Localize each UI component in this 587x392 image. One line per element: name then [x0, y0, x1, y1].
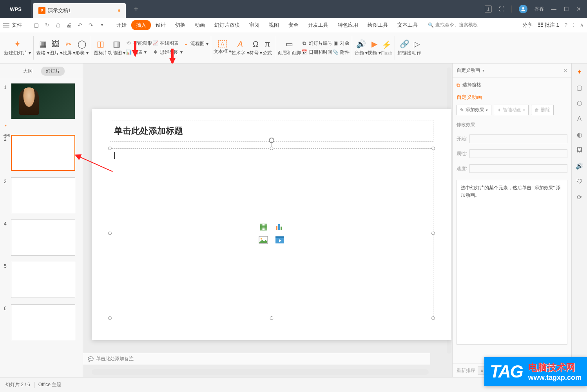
gift-icon[interactable]: ⛶ [499, 6, 504, 12]
horizontal-scrollbar[interactable] [92, 369, 429, 375]
selection-pane-button[interactable]: ⧉ 选择窗格 [457, 82, 567, 88]
selection-handle[interactable] [108, 147, 112, 150]
slide-thumb-4[interactable] [11, 220, 75, 256]
picture-button[interactable]: 🖼 图片 ▾ [49, 39, 62, 56]
selection-handle[interactable] [431, 232, 435, 235]
delete-effect-button[interactable]: 🗑 删除 [531, 105, 554, 115]
tab-outline[interactable]: 大纲 [18, 67, 37, 76]
notes-area[interactable]: 💬 单击此处添加备注 [83, 353, 430, 365]
shape-button[interactable]: ◯ 形状 ▾ [75, 39, 88, 56]
selection-handle[interactable] [431, 316, 435, 320]
menu-animation[interactable]: 动画 [190, 20, 210, 30]
textbox-button[interactable]: A 文本框 ▾ [214, 40, 231, 55]
speed-combo[interactable] [469, 164, 567, 173]
text-strip-icon[interactable]: A [575, 114, 584, 123]
table-button[interactable]: ▦ 表格 ▾ [36, 39, 49, 56]
dropdown-icon[interactable]: ▾ [98, 22, 105, 29]
open-folder-icon[interactable]: ▢ [33, 22, 40, 29]
menu-design[interactable]: 设计 [151, 20, 170, 30]
maximize-icon[interactable]: ☐ [563, 6, 569, 12]
file-menu[interactable]: 文件 [3, 22, 22, 29]
content-placeholder[interactable]: ▦ [110, 148, 433, 318]
badge-1-icon[interactable]: 1 [485, 5, 492, 13]
undo-icon[interactable]: ↶ [76, 22, 83, 29]
format-strip-icon[interactable]: ⬡ [575, 99, 584, 107]
menu-transition[interactable]: 切换 [170, 20, 190, 30]
selection-handle[interactable] [108, 232, 112, 235]
close-icon[interactable]: ✕ [576, 6, 582, 12]
slide-canvas[interactable]: 单击此处添加标题 ▦ [92, 109, 451, 340]
start-combo[interactable] [469, 134, 567, 143]
collapse-ribbon-icon[interactable]: ⁚ [573, 22, 574, 28]
share-button[interactable]: 分享 [522, 22, 533, 29]
audio-button[interactable]: 🔊 音频 ▾ [355, 39, 368, 56]
search-commands[interactable]: 🔍 查找命令、搜索模板 [428, 22, 478, 28]
shape-strip-icon[interactable]: ◐ [575, 130, 584, 139]
smartart-button[interactable]: ⟲智能图形 [125, 40, 152, 47]
new-slide-button[interactable]: ✦ 新建幻灯片 ▾ [4, 39, 31, 56]
insert-chart-icon[interactable] [274, 222, 285, 231]
slide-number-button[interactable]: ⧉幻灯片编号 [301, 40, 332, 47]
datetime-button[interactable]: 📅日期和时间 [301, 49, 332, 56]
slide-thumb-1[interactable] [11, 83, 75, 119]
transition-strip-icon[interactable]: ▢ [575, 83, 584, 92]
menu-insert[interactable]: 插入 [131, 20, 151, 30]
symbol-button[interactable]: Ω 符号 ▾ [249, 39, 262, 56]
user-name[interactable]: 香香 [534, 6, 544, 13]
selection-handle[interactable] [270, 147, 274, 150]
mindmap-button[interactable]: ❖思维导图 ▾ [152, 49, 183, 56]
preview-icon[interactable]: 🖨 [65, 22, 72, 29]
dropdown-icon[interactable]: ▾ [482, 68, 484, 73]
new-tab-button[interactable]: + [134, 5, 138, 14]
smart-drawing-button[interactable]: ▥ 功能图 ▾ [108, 39, 125, 56]
action-button[interactable]: ▷ 动作 [411, 39, 422, 56]
wps-logo[interactable]: WPS [0, 0, 31, 18]
slide-thumb-2[interactable] [11, 135, 75, 171]
collapse-panel-icon[interactable]: ◀◀ [3, 132, 9, 138]
menu-features[interactable]: 特色应用 [333, 20, 363, 30]
close-panel-icon[interactable]: ✕ [563, 68, 567, 73]
object-button[interactable]: ▣对象 [332, 40, 350, 47]
icon-library-button[interactable]: ◫ 图标库 [94, 39, 108, 56]
equation-button[interactable]: π 公式 [262, 39, 272, 56]
menu-devtools[interactable]: 开发工具 [303, 20, 333, 30]
redo-icon[interactable]: ↷ [87, 22, 94, 29]
insert-picture-icon[interactable] [258, 235, 269, 245]
smart-animation-button[interactable]: ✦ 智能动画 ▾ [494, 105, 529, 115]
attachment-button[interactable]: 📎附件 [332, 49, 350, 56]
online-chart-button[interactable]: 📈在线图表 [152, 40, 183, 47]
selection-handle[interactable] [270, 316, 274, 320]
hyperlink-button[interactable]: 🔗 超链接 [397, 39, 411, 56]
menu-slideshow[interactable]: 幻灯片放映 [210, 20, 245, 30]
audio-strip-icon[interactable]: 🔊 [575, 162, 584, 170]
slide-thumb-5[interactable] [11, 262, 75, 298]
image-strip-icon[interactable]: 🖼 [575, 146, 584, 154]
selection-handle[interactable] [431, 147, 435, 150]
menu-drawtools[interactable]: 绘图工具 [363, 20, 393, 30]
print-icon[interactable]: ⎙ [54, 22, 62, 29]
wordart-button[interactable]: A 艺术字 ▾ [231, 39, 249, 56]
flash-button[interactable]: ⚡ Flash [381, 40, 392, 56]
menu-texttools[interactable]: 文本工具 [393, 20, 422, 30]
insert-table-icon[interactable]: ▦ [258, 222, 269, 231]
history-strip-icon[interactable]: ⟳ [575, 193, 584, 201]
screenshot-button[interactable]: ✂ 截屏 ▾ [62, 39, 75, 56]
chart-button[interactable]: 📊图表 ▾ [125, 49, 152, 56]
menu-security[interactable]: 安全 [284, 20, 303, 30]
user-avatar[interactable] [519, 5, 527, 13]
help-icon[interactable]: ? [565, 22, 567, 28]
slide-thumb-3[interactable] [11, 177, 75, 213]
save-icon[interactable]: ↻ [43, 22, 51, 29]
document-tab[interactable]: P 演示文稿1 [33, 3, 126, 18]
video-button[interactable]: ▶ 视频 ▾ [368, 39, 380, 56]
flowchart-button[interactable]: ⬥流程图 ▾ [183, 40, 208, 47]
property-combo[interactable] [469, 149, 567, 158]
expand-icon[interactable]: ∧ [580, 22, 584, 28]
canvas-area[interactable]: 单击此处添加标题 ▦ [83, 64, 452, 377]
menu-start[interactable]: 开始 [112, 20, 131, 30]
insert-video-icon[interactable] [274, 235, 285, 245]
animation-strip-icon[interactable]: ✦ [575, 67, 584, 76]
selection-handle[interactable] [108, 316, 112, 320]
header-footer-button[interactable]: ▭ 页眉和页脚 [277, 39, 301, 56]
menu-view[interactable]: 视图 [264, 20, 284, 30]
